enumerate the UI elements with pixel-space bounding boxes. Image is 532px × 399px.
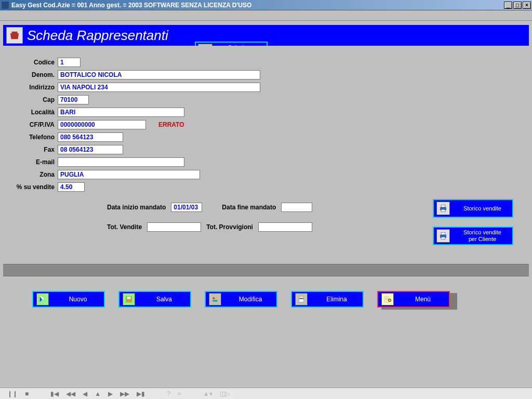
nav-next-icon[interactable]: ▶: [108, 390, 113, 397]
window-titlebar: Easy Gest Cod.Azie = 001 Anno gest. = 20…: [0, 0, 532, 10]
new-icon: [36, 293, 49, 305]
storico-per-cliente-button[interactable]: Storico vendite per Cliente: [433, 227, 513, 245]
label-data-fine: Data fine mandato: [222, 204, 276, 211]
nav-pause-icon[interactable]: ❙❙: [7, 390, 18, 397]
printer-icon: [436, 202, 450, 215]
input-localita[interactable]: [58, 108, 184, 117]
label-cap: Cap: [3, 96, 58, 103]
svg-point-19: [388, 299, 391, 301]
storico-per-cliente-line2: per Cliente: [469, 236, 496, 243]
nav-help-icon[interactable]: ?: [167, 390, 170, 397]
input-data-fine[interactable]: [281, 203, 312, 212]
input-denom[interactable]: [58, 70, 260, 79]
input-tot-provv[interactable]: [258, 222, 312, 232]
input-telefono[interactable]: [58, 132, 123, 142]
salva-button[interactable]: Salva: [118, 291, 191, 308]
svg-rect-11: [212, 300, 217, 301]
action-toolbar: Nuovo Salva Modifica Elimina Menù: [3, 291, 529, 308]
svg-rect-8: [127, 297, 131, 299]
nav-eq-icon[interactable]: =: [178, 390, 181, 397]
storico-vendite-label: Storico vendite: [463, 205, 501, 212]
navigation-toolbar: ❙❙ ■ ▮◀ ◀◀ ◀ ▲ ▶ ▶▶ ▶▮ ? = ▲▾ ◫▷: [0, 388, 532, 399]
modifica-button[interactable]: Modifica: [205, 291, 277, 308]
nav-stop-icon[interactable]: ■: [25, 390, 29, 397]
label-pct: % su vendite: [3, 183, 58, 191]
modifica-label: Modifica: [224, 296, 276, 303]
svg-rect-15: [384, 297, 389, 302]
separator-bar: [3, 264, 529, 276]
input-fax[interactable]: [58, 145, 123, 154]
nav-misc2-icon[interactable]: ◫▷: [220, 390, 230, 397]
rolodex-icon: [6, 27, 23, 44]
label-zona: Zona: [3, 171, 58, 178]
nav-rewind-icon[interactable]: ◀◀: [66, 390, 75, 397]
input-pct[interactable]: [58, 182, 85, 192]
label-denom: Denom.: [3, 71, 58, 78]
elimina-button[interactable]: Elimina: [291, 291, 364, 308]
menu-button[interactable]: Menù: [377, 291, 450, 308]
app-icon: [1, 1, 9, 9]
svg-rect-6: [441, 237, 445, 240]
window-title: Easy Gest Cod.Azie = 001 Anno gest. = 20…: [11, 2, 503, 9]
label-tot-vendite: Tot. Vendite: [107, 223, 142, 231]
input-codice[interactable]: [58, 58, 81, 67]
input-tot-vendite[interactable]: [147, 222, 201, 232]
input-data-inizio[interactable]: [171, 203, 202, 212]
menu-bar: [0, 10, 532, 21]
menu-label: Menù: [397, 296, 449, 303]
storico-vendite-button[interactable]: Storico vendite: [433, 199, 513, 218]
input-indirizzo[interactable]: [58, 83, 260, 92]
elimina-label: Elimina: [311, 296, 363, 303]
nav-misc1-icon[interactable]: ▲▾: [203, 390, 212, 397]
label-cfpiva: CF/P.IVA: [3, 121, 58, 128]
label-fax: Fax: [3, 146, 58, 153]
save-icon: [123, 293, 135, 305]
svg-rect-2: [441, 205, 445, 207]
storico-per-cliente-line1: Storico vendite: [463, 229, 501, 236]
input-cfpiva[interactable]: [58, 120, 146, 129]
nav-prev-icon[interactable]: ◀: [83, 390, 87, 397]
nuovo-button[interactable]: Nuovo: [32, 291, 105, 308]
salva-label: Salva: [138, 296, 190, 303]
menu-icon: [381, 293, 394, 305]
nuovo-label: Nuovo: [52, 296, 104, 303]
input-cap[interactable]: [58, 95, 89, 104]
form-body: Codice Denom. Indirizzo Cap Località CF/…: [3, 46, 529, 264]
input-zona[interactable]: [58, 170, 200, 179]
nav-first-icon[interactable]: ▮◀: [50, 390, 59, 397]
nav-up-icon[interactable]: ▲: [95, 390, 101, 397]
delete-icon: [295, 293, 308, 305]
svg-point-9: [212, 297, 215, 299]
nav-last-icon[interactable]: ▶▮: [137, 390, 145, 397]
label-localita: Località: [3, 109, 58, 116]
svg-rect-3: [441, 209, 445, 212]
svg-point-14: [299, 298, 303, 299]
label-tot-provv: Tot. Provvigioni: [206, 223, 253, 231]
close-button[interactable]: ×: [523, 2, 531, 9]
nav-fwd-icon[interactable]: ▶▶: [120, 390, 129, 397]
input-email[interactable]: [58, 157, 184, 167]
label-data-inizio: Data inizio mandato: [107, 204, 166, 211]
error-cfpiva: ERRATO: [158, 121, 184, 128]
svg-point-10: [216, 297, 218, 299]
label-email: E-mail: [3, 158, 58, 166]
form-title: Scheda Rappresentanti: [26, 29, 168, 42]
label-indirizzo: Indirizzo: [3, 84, 58, 91]
maximize-button[interactable]: □: [513, 2, 522, 9]
label-telefono: Telefono: [3, 134, 58, 141]
svg-rect-5: [441, 232, 445, 235]
edit-icon: [209, 293, 221, 305]
label-codice: Codice: [3, 59, 58, 66]
minimize-button[interactable]: _: [504, 2, 512, 9]
printer-icon: [436, 229, 450, 243]
